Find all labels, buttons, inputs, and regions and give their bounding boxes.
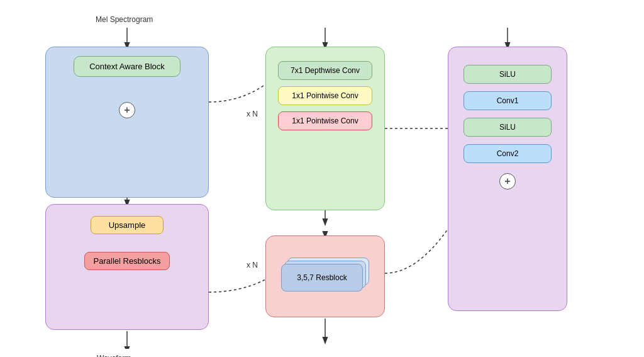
pointwise-conv-1-box: 1x1 Pointwise Conv <box>278 86 372 105</box>
diagram: Mel Spectrogram Context Aware Block + Up… <box>20 9 624 349</box>
waveform-label: Waveform <box>97 354 131 358</box>
bottom-left-block: Upsample Parallel Resblocks <box>45 204 209 330</box>
middle-top-block: 7x1 Depthwise Conv 1x1 Pointwise Conv 1x… <box>265 47 385 210</box>
left-block: Context Aware Block + <box>45 47 209 198</box>
pointwise-conv-2-box: 1x1 Pointwise Conv <box>278 111 372 130</box>
mel-spectrogram-label: Mel Spectrogram <box>96 15 153 24</box>
silu-2-box: SiLU <box>464 118 552 137</box>
middle-bottom-block: 3,5,7 Resblock <box>265 235 385 317</box>
parallel-resblocks-box: Parallel Resblocks <box>84 252 170 270</box>
silu-1-box: SiLU <box>464 65 552 84</box>
conv2-box: Conv2 <box>464 144 552 163</box>
plus-circle-left: + <box>119 102 135 118</box>
right-block: SiLU Conv1 SiLU Conv2 + <box>448 47 567 311</box>
stacked-resblock: 3,5,7 Resblock <box>281 258 369 295</box>
resblock-layer-3: 3,5,7 Resblock <box>281 264 363 292</box>
xn-top-label: x N <box>247 110 258 118</box>
depthwise-conv-box: 7x1 Depthwise Conv <box>278 61 372 80</box>
plus-circle-right: + <box>499 173 516 190</box>
upsample-box: Upsample <box>91 216 164 234</box>
conv1-box: Conv1 <box>464 91 552 110</box>
context-aware-box: Context Aware Block <box>74 56 180 77</box>
xn-bottom-label: x N <box>247 261 258 269</box>
